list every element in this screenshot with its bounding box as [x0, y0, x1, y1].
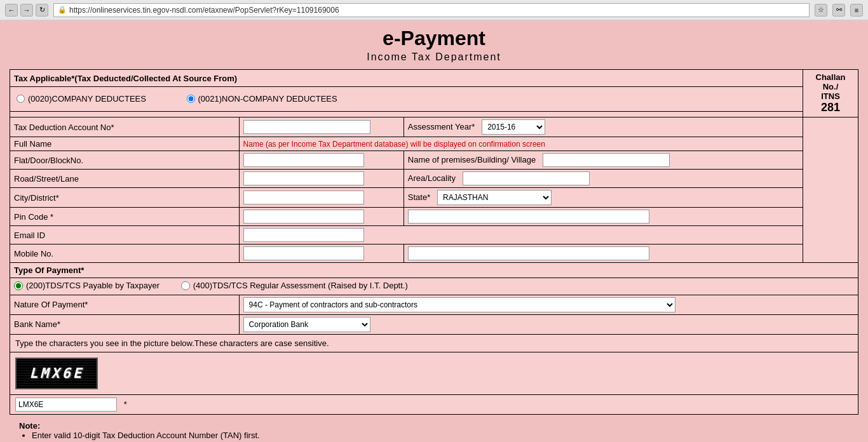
area-locality-cell: Area/Locality — [403, 170, 803, 188]
back-button[interactable]: ← — [5, 4, 18, 17]
premises-label: Name of premises/Building/ Village — [408, 155, 536, 164]
bank-name-label: Bank Name* — [10, 314, 240, 334]
tan-input-cell — [239, 117, 403, 137]
extensions-icon[interactable]: ⚯ — [832, 4, 845, 17]
url-text: https://onlineservices.tin.egov-nsdl.com… — [69, 6, 339, 15]
captcha-input-row: * — [10, 394, 858, 414]
mobile-row: Mobile No. — [10, 244, 858, 263]
full-name-note-cell: Name (as per Income Tax Department datab… — [239, 137, 803, 151]
company-deductees-radio[interactable] — [17, 95, 25, 103]
mobile-input-cell — [239, 244, 403, 263]
area-locality-input[interactable] — [463, 171, 590, 185]
bank-name-row: Bank Name* Corporation Bank Allahabad Ba… — [10, 314, 858, 334]
challan-cell: Challan No./ ITNS 281 — [803, 70, 858, 117]
captcha-input[interactable] — [15, 398, 117, 412]
nature-of-payment-row: Nature Of Payment* 94C - Payment of cont… — [10, 295, 858, 314]
premises-cell: Name of premises/Building/ Village — [403, 151, 803, 170]
premises-input[interactable] — [543, 153, 670, 167]
tan-input[interactable] — [243, 120, 370, 134]
pin-code-input-cell — [239, 208, 403, 226]
lock-icon: 🔒 — [58, 6, 67, 14]
city-district-input-cell — [239, 188, 403, 208]
city-row: City/District* State* RAJASTHAN ANDHRA P… — [10, 188, 858, 208]
page-subtitle: Income Tax Department — [10, 51, 858, 63]
pin-code-input2[interactable] — [408, 210, 649, 224]
captcha-instruction-row: Type the characters you see in the pictu… — [10, 334, 858, 352]
star-icon[interactable]: ☆ — [815, 4, 827, 17]
page-title: e-Payment — [10, 27, 858, 50]
captcha-input-cell: * — [10, 394, 858, 414]
road-street-label: Road/Street/Lane — [10, 170, 240, 188]
mobile-extra-cell — [403, 244, 803, 263]
flat-door-input-cell — [239, 151, 403, 170]
road-row: Road/Street/Lane Area/Locality — [10, 170, 858, 188]
pin-code-extra-cell — [403, 208, 803, 226]
pin-code-input[interactable] — [243, 210, 364, 224]
captcha-instruction-cell: Type the characters you see in the pictu… — [10, 334, 858, 352]
flat-door-label: Flat/Door/BlockNo. — [10, 151, 240, 170]
nav-buttons: ← → ↻ — [5, 4, 48, 17]
note-list: Enter valid 10-digit Tax Deduction Accou… — [32, 431, 849, 440]
nature-of-payment-cell: 94C - Payment of contractors and sub-con… — [239, 295, 858, 314]
email-row: Email ID — [10, 226, 858, 244]
menu-icon[interactable]: ≡ — [850, 4, 863, 17]
tax-applicable-row: Tax Applicable*(Tax Deducted/Collected A… — [10, 70, 858, 87]
payment-400-label[interactable]: (400)TDS/TCS Regular Assessment (Raised … — [181, 281, 408, 290]
email-input-cell — [239, 226, 803, 244]
road-street-input-cell — [239, 170, 403, 188]
captcha-text: LMX6E — [29, 365, 84, 381]
assessment-year-label: Assessment Year* — [408, 122, 475, 131]
state-label: State* — [408, 192, 430, 202]
mobile-input[interactable] — [243, 246, 364, 260]
non-company-deductees-radio[interactable] — [187, 95, 195, 103]
mobile-input2[interactable] — [408, 246, 649, 260]
note-section: Note: Enter valid 10-digit Tax Deduction… — [10, 415, 858, 443]
non-company-deductees-label[interactable]: (0021)NON-COMPANY DEDUCTEES — [187, 94, 337, 104]
pin-code-label: Pin Code * — [10, 208, 240, 226]
nature-of-payment-label: Nature Of Payment* — [10, 295, 240, 314]
full-name-row: Full Name Name (as per Income Tax Depart… — [10, 137, 858, 151]
full-name-label: Full Name — [10, 137, 240, 151]
captcha-image: LMX6E — [15, 358, 98, 389]
assessment-year-select[interactable]: 2015-16 2014-15 2016-17 — [482, 119, 545, 135]
captcha-image-row: LMX6E — [10, 352, 858, 394]
email-label: Email ID — [10, 226, 240, 244]
flat-door-input[interactable] — [243, 153, 364, 167]
note-bullet1: Enter valid 10-digit Tax Deduction Accou… — [32, 431, 849, 440]
payment-200-label[interactable]: (200)TDS/TCS Payable by Taxpayer — [14, 281, 159, 290]
payment-type-row: (200)TDS/TCS Payable by Taxpayer (400)TD… — [10, 278, 858, 295]
nature-of-payment-select[interactable]: 94C - Payment of contractors and sub-con… — [243, 297, 675, 312]
tax-applicable-header: Tax Applicable*(Tax Deducted/Collected A… — [10, 70, 803, 87]
payment-200-radio[interactable] — [14, 281, 23, 290]
captcha-asterisk: * — [124, 399, 127, 409]
type-of-payment-label: Type Of Payment* — [10, 263, 858, 278]
forward-button[interactable]: → — [20, 4, 33, 17]
city-district-input[interactable] — [243, 191, 364, 204]
page-container: e-Payment Income Tax Department Tax Appl… — [0, 20, 868, 442]
flat-door-row: Flat/Door/BlockNo. Name of premises/Buil… — [10, 151, 858, 170]
state-select[interactable]: RAJASTHAN ANDHRA PRADESH MAHARASHTRA DEL… — [437, 190, 552, 205]
road-street-input[interactable] — [243, 171, 364, 185]
url-bar[interactable]: 🔒 https://onlineservices.tin.egov-nsdl.c… — [53, 3, 810, 17]
note-title: Note: — [19, 421, 849, 431]
bank-name-cell: Corporation Bank Allahabad Bank Andhra B… — [239, 314, 858, 334]
browser-bar: ← → ↻ 🔒 https://onlineservices.tin.egov-… — [0, 0, 868, 20]
state-cell: State* RAJASTHAN ANDHRA PRADESH MAHARASH… — [403, 188, 803, 208]
company-deductees-label[interactable]: (0020)COMPANY DEDUCTEES — [17, 94, 146, 104]
city-district-label: City/District* — [10, 188, 240, 208]
payment-type-cell: (200)TDS/TCS Payable by Taxpayer (400)TD… — [10, 278, 858, 295]
full-name-note: Name (as per Income Tax Department datab… — [243, 140, 545, 149]
assessment-year-cell: Assessment Year* 2015-16 2014-15 2016-17 — [403, 117, 803, 137]
bank-name-select[interactable]: Corporation Bank Allahabad Bank Andhra B… — [243, 317, 370, 332]
spacer-row — [10, 112, 858, 117]
mobile-label: Mobile No. — [10, 244, 240, 263]
email-input[interactable] — [243, 228, 364, 242]
captcha-image-cell: LMX6E — [10, 352, 858, 394]
pin-code-row: Pin Code * — [10, 208, 858, 226]
payment-400-radio[interactable] — [181, 281, 190, 290]
deductee-type-row: (0020)COMPANY DEDUCTEES (0021)NON-COMPAN… — [10, 87, 858, 112]
challan-sub: ITNS — [807, 91, 854, 101]
type-of-payment-header-row: Type Of Payment* — [10, 263, 858, 278]
tan-label-cell: Tax Deduction Account No* — [10, 117, 240, 137]
refresh-button[interactable]: ↻ — [36, 4, 48, 17]
